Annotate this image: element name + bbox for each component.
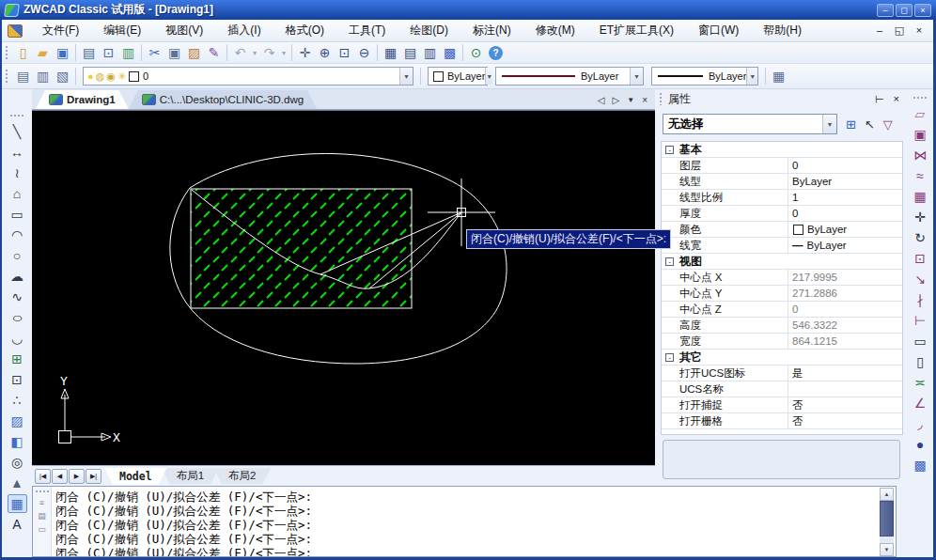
- property-row[interactable]: 打开捕捉否: [662, 397, 902, 413]
- scroll-up-button[interactable]: ▲: [880, 488, 894, 501]
- layer-combo[interactable]: ● ◍ ◉ ✳ 0 ▼: [83, 67, 413, 86]
- find-icon[interactable]: ⊙: [466, 43, 486, 62]
- extend-icon[interactable]: ⊢: [911, 311, 930, 330]
- tab-close-icon[interactable]: ×: [642, 95, 647, 105]
- freeze-icon[interactable]: ◍: [96, 70, 105, 83]
- help-icon[interactable]: ?: [489, 46, 503, 60]
- toolbar-grip[interactable]: [913, 96, 928, 101]
- bulb-icon[interactable]: ●: [87, 70, 94, 82]
- properties-palette-icon[interactable]: ▦: [381, 43, 400, 62]
- publish-icon[interactable]: ▥: [118, 43, 138, 62]
- property-row[interactable]: 打开UCS图标是: [662, 366, 902, 381]
- lineweight-combo-arrow[interactable]: ▼: [746, 68, 757, 85]
- zoom-realtime-icon[interactable]: ⊕: [315, 43, 335, 62]
- lineweight-settings-icon[interactable]: ▦: [769, 67, 788, 86]
- property-value[interactable]: [788, 381, 902, 397]
- property-value[interactable]: 864.1215: [788, 334, 902, 349]
- property-value[interactable]: 否: [788, 413, 902, 428]
- property-value[interactable]: ByLayer: [788, 222, 902, 237]
- polygon-icon[interactable]: ⌂: [8, 184, 27, 203]
- select-objects-icon[interactable]: ↖: [865, 117, 875, 132]
- copy-clip-icon[interactable]: ▣: [164, 43, 184, 62]
- last-tab-button[interactable]: ▶|: [86, 469, 101, 484]
- region-icon[interactable]: ◎: [8, 453, 27, 472]
- rectangle-icon[interactable]: ▭: [8, 205, 27, 224]
- explode-icon[interactable]: ●: [911, 435, 930, 454]
- save-icon[interactable]: ▣: [53, 43, 72, 62]
- expand-collapse-box[interactable]: -: [662, 254, 678, 269]
- offset-icon[interactable]: ≈: [911, 166, 930, 185]
- layer-translate-icon[interactable]: ▧: [53, 67, 72, 86]
- hatch-icon[interactable]: ▨: [8, 412, 27, 430]
- next-tab-button[interactable]: ▶: [69, 469, 85, 484]
- property-value[interactable]: 0: [788, 206, 902, 221]
- menu-file[interactable]: 文件(F): [30, 20, 91, 41]
- command-scrollbar[interactable]: ▲ ▼: [880, 488, 894, 556]
- menu-et-tools[interactable]: ET扩展工具(X): [587, 20, 686, 41]
- undo-icon[interactable]: ↶: [230, 43, 250, 62]
- property-row[interactable]: 打开栅格否: [662, 413, 902, 429]
- property-row[interactable]: 厚度0: [662, 206, 902, 222]
- property-row[interactable]: 图层0: [662, 158, 902, 174]
- property-row[interactable]: 中心点 X217.9995: [662, 270, 902, 286]
- construction-line-icon[interactable]: ↔: [8, 143, 27, 162]
- zoom-window-icon[interactable]: ⊡: [335, 43, 354, 62]
- tab-layout1[interactable]: 布局1: [162, 468, 219, 485]
- linetype-combo-arrow[interactable]: ▼: [630, 68, 643, 85]
- join-icon[interactable]: ≍: [911, 373, 930, 392]
- command-window-grip[interactable]: ≡ ▤ ▭: [33, 487, 52, 556]
- trim-icon[interactable]: ∤: [911, 290, 930, 309]
- menu-help[interactable]: 帮助(H): [751, 20, 814, 41]
- paste-icon[interactable]: ▨: [184, 43, 204, 62]
- tab-scroll-left-icon[interactable]: ◁: [598, 95, 605, 105]
- toolbar-grip[interactable]: [5, 69, 9, 84]
- menu-draw[interactable]: 绘图(D): [398, 20, 460, 41]
- polyline-icon[interactable]: ≀: [8, 163, 27, 182]
- property-row[interactable]: UCS名称: [662, 381, 902, 397]
- arc-icon[interactable]: ◠: [8, 226, 27, 244]
- layer-combo-arrow[interactable]: ▼: [399, 68, 413, 85]
- rotate-icon[interactable]: ↻: [911, 228, 930, 247]
- tab-model[interactable]: Model: [104, 468, 167, 485]
- zoom-previous-icon[interactable]: ⊖: [354, 43, 374, 62]
- selection-combo[interactable]: 无选择 ▼: [663, 114, 837, 134]
- cut-icon[interactable]: ✂: [145, 43, 164, 62]
- properties-panel-header[interactable]: 属性 ⊥ ×: [657, 89, 907, 108]
- property-value[interactable]: 546.3322: [788, 318, 902, 333]
- lock-icon[interactable]: ◉: [106, 70, 116, 83]
- point-icon[interactable]: ∴: [8, 391, 27, 410]
- command-history[interactable]: 闭合 (C)/撤销 (U)/拟合公差 (F)/<下一点>:闭合 (C)/撤销 (…: [52, 487, 896, 556]
- ellipse-icon[interactable]: ○: [3, 308, 31, 327]
- design-center-icon[interactable]: ▤: [400, 43, 420, 62]
- property-row[interactable]: 中心点 Z0: [662, 302, 902, 318]
- menu-edit[interactable]: 编辑(E): [91, 20, 153, 41]
- erase-icon[interactable]: ▱: [911, 104, 930, 123]
- property-value[interactable]: 0: [788, 158, 902, 173]
- doc-tab-clinic3d[interactable]: C:\...\Desktop\CLINIC-3D.dwg: [129, 90, 317, 109]
- copy-icon[interactable]: ▣: [911, 125, 930, 144]
- doc-tab-drawing1[interactable]: Drawing1: [36, 90, 129, 109]
- toolbar-grip[interactable]: [5, 45, 9, 60]
- panel-grip[interactable]: [659, 92, 663, 105]
- menu-view[interactable]: 视图(V): [153, 20, 215, 41]
- minimize-button[interactable]: –: [877, 4, 894, 17]
- array-icon[interactable]: ▦: [911, 187, 930, 206]
- property-section-header[interactable]: -视图: [662, 254, 902, 270]
- property-row[interactable]: 颜色ByLayer: [662, 222, 902, 238]
- draw-order-icon[interactable]: ▲: [8, 474, 27, 492]
- property-row[interactable]: 中心点 Y271.2886: [662, 286, 902, 302]
- open-icon[interactable]: ▰: [33, 43, 53, 62]
- tab-scroll-right-icon[interactable]: ▷: [613, 95, 620, 105]
- command-dock-icon[interactable]: ≡: [39, 498, 44, 507]
- property-row[interactable]: 高度546.3322: [662, 318, 902, 334]
- scrollbar-thumb[interactable]: [880, 501, 894, 537]
- scale-icon[interactable]: ⊡: [911, 249, 930, 268]
- make-block-icon[interactable]: ⊡: [8, 370, 27, 389]
- calculator-icon[interactable]: ▩: [440, 43, 460, 62]
- pan-icon[interactable]: ✛: [295, 43, 315, 62]
- panel-close-icon[interactable]: ×: [894, 93, 899, 105]
- chamfer-icon[interactable]: ∠: [911, 394, 930, 412]
- pin-icon[interactable]: ⊥: [873, 94, 885, 103]
- property-section-header[interactable]: -其它: [662, 350, 902, 366]
- command-line-window[interactable]: ≡ ▤ ▭ 闭合 (C)/撤销 (U)/拟合公差 (F)/<下一点>:闭合 (C…: [32, 486, 897, 557]
